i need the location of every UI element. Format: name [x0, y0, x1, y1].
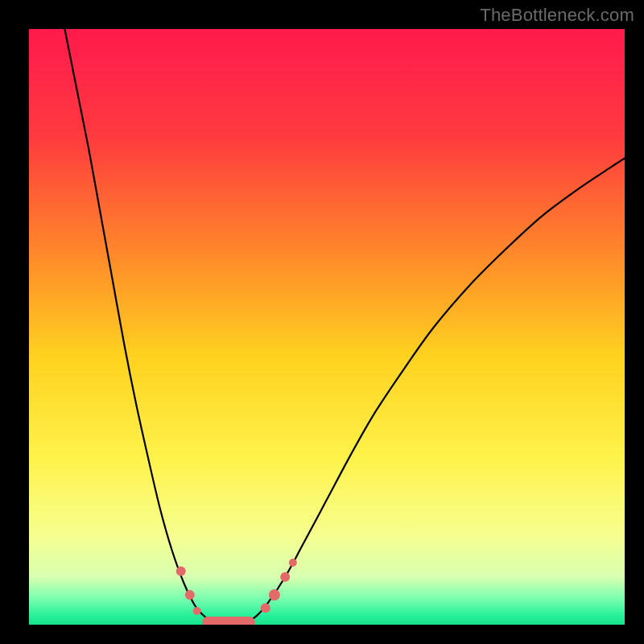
watermark-text: TheBottleneck.com — [480, 5, 634, 26]
marker-dot-1 — [185, 590, 195, 600]
marker-dot-7 — [289, 559, 297, 567]
marker-dot-0 — [176, 566, 186, 576]
marker-dot-2 — [193, 607, 201, 615]
marker-dot-4 — [261, 603, 270, 613]
marker-dot-5 — [269, 589, 280, 601]
plot-area — [29, 29, 625, 625]
marker-dot-6 — [280, 572, 290, 582]
chart-svg — [29, 29, 625, 625]
chart-frame: TheBottleneck.com — [0, 0, 644, 644]
gradient-background — [29, 29, 625, 625]
